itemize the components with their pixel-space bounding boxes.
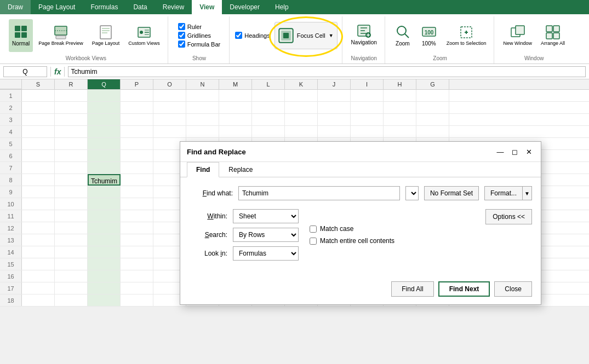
cell[interactable] (318, 102, 351, 113)
cell[interactable] (55, 138, 88, 149)
cell[interactable] (351, 114, 384, 125)
dialog-minimize-btn[interactable]: — (495, 146, 506, 157)
col-header-I[interactable]: I (351, 79, 384, 89)
match-cell-checkbox[interactable] (310, 238, 317, 245)
search-select[interactable]: By Rows By Columns (233, 228, 299, 242)
cell[interactable] (88, 90, 121, 101)
cell[interactable] (55, 270, 88, 282)
look-in-select[interactable]: Formulas Values Notes (233, 246, 299, 261)
normal-view-btn[interactable]: Normal (9, 19, 33, 52)
cell[interactable] (219, 126, 252, 137)
col-header-O[interactable]: O (153, 79, 186, 89)
cell[interactable] (121, 186, 153, 198)
cell[interactable] (55, 210, 88, 222)
col-header-S[interactable]: S (22, 79, 55, 89)
focus-cell-btn[interactable]: Focus Cell ▼ (275, 22, 338, 49)
cell[interactable] (55, 102, 88, 113)
cell[interactable] (384, 126, 416, 137)
tab-view[interactable]: View (192, 0, 222, 14)
tab-review[interactable]: Review (155, 0, 192, 14)
navigation-btn[interactable]: Navigation (348, 18, 380, 50)
cell[interactable] (22, 138, 55, 149)
cell[interactable] (22, 186, 55, 198)
cell[interactable] (121, 210, 153, 222)
cell[interactable] (384, 102, 416, 113)
col-header-Q[interactable]: Q (88, 79, 121, 89)
cell[interactable] (22, 162, 55, 174)
find-all-btn[interactable]: Find All (391, 281, 433, 297)
cell[interactable] (153, 102, 186, 113)
format-btn-main[interactable]: Format... (484, 186, 522, 200)
cell[interactable] (88, 246, 121, 258)
cell[interactable] (88, 162, 121, 174)
cell[interactable] (252, 102, 285, 113)
cell[interactable] (121, 150, 153, 161)
cell[interactable] (121, 102, 153, 113)
focus-cell-dropdown-icon[interactable]: ▼ (329, 33, 334, 38)
cell[interactable] (285, 102, 318, 113)
cell[interactable] (88, 270, 121, 282)
formula-input[interactable] (68, 66, 586, 77)
tab-draw[interactable]: Draw (0, 0, 31, 14)
cell[interactable] (121, 114, 153, 125)
cell[interactable] (88, 198, 121, 210)
cell[interactable] (121, 246, 153, 258)
col-header-R[interactable]: R (55, 79, 88, 89)
cell[interactable] (121, 282, 153, 294)
cell[interactable] (416, 126, 449, 137)
zoom-to-selection-btn[interactable]: Zoom to Selection (443, 19, 490, 52)
col-header-N[interactable]: N (186, 79, 219, 89)
cell[interactable] (351, 90, 384, 101)
dialog-close-btn[interactable]: ✕ (523, 146, 534, 157)
find-next-btn[interactable]: Find Next (438, 281, 490, 297)
cell[interactable] (186, 102, 219, 113)
cell[interactable] (121, 198, 153, 210)
cell[interactable] (121, 138, 153, 149)
cell[interactable] (416, 90, 449, 101)
cell[interactable] (153, 114, 186, 125)
dialog-tab-find[interactable]: Find (187, 162, 219, 177)
cell[interactable] (285, 114, 318, 125)
cell[interactable] (351, 126, 384, 137)
custom-views-btn[interactable]: Custom Views (125, 19, 163, 52)
ruler-checkbox[interactable] (178, 23, 185, 30)
cell[interactable] (22, 114, 55, 125)
match-cell-label[interactable]: Match entire cell contents (310, 237, 394, 245)
cell[interactable] (153, 126, 186, 137)
tab-formulas[interactable]: Formulas (83, 0, 125, 14)
cell[interactable] (88, 102, 121, 113)
cell[interactable] (252, 90, 285, 101)
cell[interactable] (55, 294, 88, 306)
cell[interactable] (55, 258, 88, 270)
cell[interactable] (22, 222, 55, 234)
cell[interactable] (384, 90, 416, 101)
zoom-btn[interactable]: Zoom (391, 19, 415, 52)
cell[interactable] (318, 114, 351, 125)
col-header-K[interactable]: K (285, 79, 318, 89)
cell[interactable] (22, 198, 55, 210)
cell[interactable] (22, 210, 55, 222)
formula-bar-checkbox[interactable] (178, 41, 185, 48)
col-header-H[interactable]: H (384, 79, 416, 89)
cell[interactable] (88, 282, 121, 294)
col-header-M[interactable]: M (219, 79, 252, 89)
cell[interactable] (55, 114, 88, 125)
cell[interactable] (153, 90, 186, 101)
cell[interactable] (88, 150, 121, 161)
cell[interactable] (55, 198, 88, 210)
cell[interactable] (121, 90, 153, 101)
cell[interactable] (22, 282, 55, 294)
cell[interactable] (285, 126, 318, 137)
cell[interactable] (22, 102, 55, 113)
cell[interactable] (121, 234, 153, 246)
col-header-J[interactable]: J (318, 79, 351, 89)
cell[interactable] (384, 114, 416, 125)
cell[interactable] (88, 114, 121, 125)
cell[interactable] (88, 222, 121, 234)
cell[interactable] (121, 126, 153, 137)
cell[interactable] (121, 270, 153, 282)
name-box[interactable] (3, 66, 47, 77)
cell[interactable] (252, 126, 285, 137)
cell[interactable] (22, 90, 55, 101)
cell[interactable] (22, 234, 55, 246)
